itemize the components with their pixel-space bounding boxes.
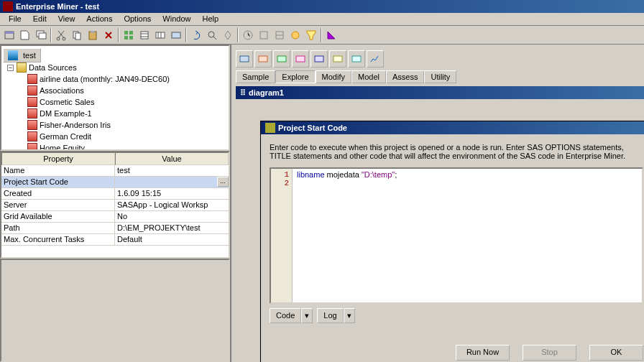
zoom-icon[interactable] (204, 27, 220, 43)
node-btn-8[interactable] (367, 50, 384, 68)
toolbar-btn-8[interactable] (121, 27, 137, 43)
node-btn-7[interactable] (348, 50, 365, 68)
code-editor[interactable]: 12 libname mojedata "D:\temp"; (270, 167, 643, 304)
tab-modify[interactable]: Modify (316, 70, 351, 83)
dialog-title-bar: Project Start Code (261, 121, 644, 134)
diagram-window-title: ⠿ diagram1 (236, 86, 644, 99)
tree-source-3[interactable]: DM Example-1 (3, 108, 227, 119)
tree-tab-test[interactable]: test (3, 48, 41, 62)
collapse-icon[interactable]: − (7, 65, 14, 71)
toolbar-btn-1[interactable] (1, 27, 17, 43)
folder-icon (17, 62, 27, 73)
svg-rect-19 (260, 32, 267, 39)
property-row[interactable]: Nametest (1, 165, 229, 177)
svg-rect-12 (124, 36, 128, 40)
code-content[interactable]: libname mojedata "D:\temp"; (293, 169, 642, 302)
run-icon[interactable] (220, 27, 236, 43)
project-tree[interactable]: test −Data Sources airline data (monthly… (0, 45, 230, 151)
right-panel: Sample Explore Modify Model Assess Utili… (231, 45, 644, 362)
properties-grid[interactable]: Property Value NametestProject Start Cod… (0, 151, 230, 259)
log-tab-button[interactable]: Log▾ (317, 308, 354, 323)
tree-source-5[interactable]: German Credit (3, 131, 227, 142)
dialog-icon (265, 123, 275, 133)
menu-view[interactable]: View (52, 13, 81, 25)
toolbar-btn-2[interactable] (17, 27, 33, 43)
toolbar-btn-10[interactable] (152, 27, 168, 43)
property-row[interactable]: Grid AvailableNo (1, 211, 229, 223)
property-row[interactable]: ServerSASApp - Logical Worksp (1, 200, 229, 211)
property-value[interactable]: SASApp - Logical Worksp (115, 200, 229, 211)
tree-source-0[interactable]: airline data (monthly: JAN49-DEC60) (3, 73, 227, 85)
copy-icon[interactable] (69, 27, 85, 43)
property-value[interactable]: 1.6.09 15:15 (115, 188, 229, 200)
node-btn-2[interactable] (254, 50, 272, 68)
run-now-button[interactable]: Run Now (456, 345, 510, 361)
tab-model[interactable]: Model (351, 70, 386, 83)
ok-button[interactable]: OK (589, 345, 643, 361)
property-row[interactable]: Max. Concurrent TasksDefault (1, 234, 229, 246)
menu-actions[interactable]: Actions (80, 13, 118, 25)
property-name: Created (1, 188, 115, 200)
property-name: Path (1, 223, 115, 234)
property-name: Name (1, 165, 115, 177)
svg-rect-9 (91, 31, 95, 33)
tree-source-2[interactable]: Cosmetic Sales (3, 96, 227, 108)
toolbar-btn-19[interactable] (303, 27, 319, 43)
node-btn-5[interactable] (310, 50, 328, 68)
tab-sample[interactable]: Sample (236, 70, 275, 83)
main-toolbar (0, 26, 644, 45)
node-btn-4[interactable] (292, 50, 309, 68)
svg-rect-24 (277, 56, 286, 62)
delete-icon[interactable] (101, 27, 116, 43)
server-icon (8, 50, 18, 60)
menu-help[interactable]: Help (196, 13, 224, 25)
menu-bar: File Edit View Actions Options Window He… (0, 13, 644, 26)
tree-source-4[interactable]: Fisher-Anderson Iris (3, 119, 227, 131)
menu-window[interactable]: Window (157, 13, 196, 25)
property-row[interactable]: Project Start Code... (1, 177, 229, 188)
property-name: Server (1, 200, 115, 211)
toolbar-btn-9[interactable] (137, 27, 152, 43)
title-bar: Enterprise Miner - test (0, 0, 644, 13)
svg-rect-22 (240, 56, 249, 62)
property-value[interactable]: ... (115, 177, 229, 188)
toolbar-btn-3[interactable] (33, 27, 49, 43)
node-btn-6[interactable] (329, 50, 346, 68)
tree-source-6[interactable]: Home Equity (3, 142, 227, 151)
svg-rect-13 (129, 36, 133, 40)
left-panel: test −Data Sources airline data (monthly… (0, 45, 231, 362)
property-value[interactable]: Default (115, 234, 229, 246)
property-row[interactable]: Created1.6.09 15:15 (1, 188, 229, 200)
clock-icon[interactable] (240, 27, 256, 43)
paste-icon[interactable] (85, 27, 101, 43)
cut-icon[interactable] (53, 27, 69, 43)
node-btn-1[interactable] (236, 50, 253, 68)
dialog-description: Enter code to execute when this project … (270, 143, 643, 160)
data-icon (27, 131, 37, 141)
property-row[interactable]: PathD:\EM_PROJEKTY\test (1, 223, 229, 234)
tab-assess[interactable]: Assess (386, 70, 424, 83)
menu-file[interactable]: File (3, 13, 27, 25)
property-value[interactable]: D:\EM_PROJEKTY\test (115, 223, 229, 234)
ellipsis-button[interactable]: ... (217, 177, 229, 187)
property-value[interactable]: test (115, 165, 229, 177)
toolbar-btn-18[interactable] (288, 27, 303, 43)
chevron-down-icon: ▾ (301, 308, 313, 323)
code-tab-button[interactable]: Code▾ (270, 308, 313, 323)
tree-source-1[interactable]: Associations (3, 85, 227, 96)
tab-utility[interactable]: Utility (424, 70, 456, 83)
tree-data-sources[interactable]: −Data Sources (3, 62, 227, 73)
window-title: Enterprise Miner - test (16, 2, 99, 11)
undo-icon[interactable] (188, 27, 204, 43)
tab-explore[interactable]: Explore (275, 70, 315, 83)
property-value[interactable]: No (115, 211, 229, 223)
help-icon[interactable] (323, 27, 339, 43)
toolbar-btn-11[interactable] (168, 27, 184, 43)
node-btn-3[interactable] (273, 50, 290, 68)
toolbar-btn-16[interactable] (256, 27, 272, 43)
diagram-icon: ⠿ (240, 88, 246, 98)
toolbar-btn-17[interactable] (272, 27, 288, 43)
property-name: Project Start Code (1, 177, 115, 188)
menu-edit[interactable]: Edit (27, 13, 52, 25)
menu-options[interactable]: Options (118, 13, 157, 25)
